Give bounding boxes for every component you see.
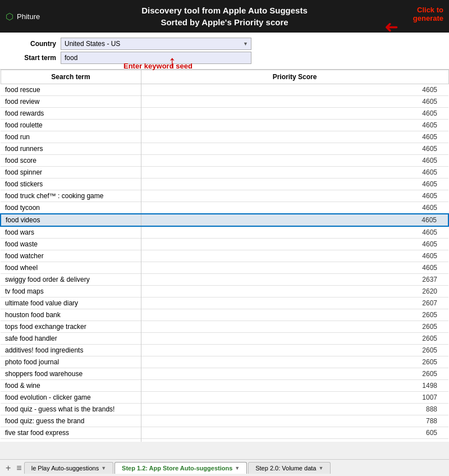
table-row[interactable]: food run 4605	[1, 131, 448, 143]
cell-priority-score: 4605	[141, 108, 448, 120]
table-row[interactable]: food watcher 4605	[1, 250, 448, 262]
header-title-line1: Discovery tool from Apple Auto Suggests	[6, 4, 443, 16]
cell-search-term: food evolution - clicker game	[1, 392, 141, 404]
table-row[interactable]: food roulette 4605	[1, 120, 448, 131]
start-term-input[interactable]	[61, 52, 251, 64]
results-table-container[interactable]: Search term Priority Score food rescue 4…	[0, 70, 449, 442]
cell-search-term: ultimate food value diary	[1, 298, 141, 309]
table-row[interactable]: food review 4605	[1, 96, 448, 108]
cell-search-term: tops food exchange tracker	[1, 321, 141, 333]
table-row[interactable]: food quiz - guess what is the brands! 88…	[1, 404, 448, 415]
bottom-tab-2[interactable]: Step 2.0: Volume data▼	[248, 462, 331, 474]
table-row[interactable]: food & wine 1498	[1, 380, 448, 392]
table-row[interactable]: food rewards 4605	[1, 108, 448, 120]
table-row[interactable]: safe food handler 2605	[1, 333, 448, 345]
country-select[interactable]: United States - US	[61, 38, 251, 50]
table-row[interactable]: additives! food ingredients 2605	[1, 345, 448, 356]
table-row[interactable]: houston food bank 2605	[1, 309, 448, 321]
table-row[interactable]: photo food journal 2605	[1, 356, 448, 368]
tab-chevron-icon: ▼	[101, 465, 106, 471]
start-term-row: Start term	[11, 52, 438, 64]
country-row: Country United States - US	[11, 38, 438, 50]
table-row[interactable]: food spinner 4605	[1, 167, 448, 178]
table-row[interactable]: swiggy food order & delivery 2637	[1, 274, 448, 286]
table-row[interactable]: food waste 4605	[1, 239, 448, 250]
cell-priority-score: 888	[141, 404, 448, 415]
cell-priority-score: 4605	[141, 120, 448, 131]
cell-priority-score: 2605	[141, 333, 448, 345]
bottom-tab-1[interactable]: Step 1.2: App Store Auto-suggestions▼	[114, 462, 247, 474]
cell-priority-score: 2607	[141, 298, 448, 309]
app-header: ⬡ Phiture Discovery tool from Apple Auto…	[0, 0, 449, 33]
cell-search-term: bitesnap: photo food journal	[1, 439, 141, 442]
table-row[interactable]: food wheel 4605	[1, 262, 448, 274]
table-row[interactable]: food runners 4605	[1, 143, 448, 155]
table-row[interactable]: food quiz: guess the brand 788	[1, 415, 448, 427]
table-row[interactable]: food evolution - clicker game 1007	[1, 392, 448, 404]
cell-search-term: food stickers	[1, 178, 141, 190]
country-select-wrapper[interactable]: United States - US	[61, 38, 251, 50]
sheets-menu-button[interactable]: ≡	[14, 463, 24, 473]
header-title: Discovery tool from Apple Auto Suggests …	[6, 4, 443, 28]
add-sheet-button[interactable]: +	[2, 463, 14, 473]
cell-priority-score: 4605	[141, 155, 448, 167]
cell-search-term: food rescue	[1, 84, 141, 96]
cell-search-term: food roulette	[1, 120, 141, 131]
table-row[interactable]: food tycoon 4605	[1, 202, 448, 214]
cell-search-term: swiggy food order & delivery	[1, 274, 141, 286]
table-row[interactable]: ultimate food value diary 2607	[1, 298, 448, 309]
table-row[interactable]: tv food maps 2620	[1, 286, 448, 298]
cell-priority-score: 2605	[141, 368, 448, 380]
bottom-tab-0[interactable]: le Play Auto-suggestions▼	[24, 462, 113, 474]
cell-search-term: food score	[1, 155, 141, 167]
table-row[interactable]: food wars 4605	[1, 226, 448, 239]
cell-search-term: additives! food ingredients	[1, 345, 141, 356]
cell-priority-score: 4605	[141, 262, 448, 274]
start-term-label: Start term	[11, 54, 56, 62]
cell-priority-score: 2605	[141, 321, 448, 333]
tab-label: le Play Auto-suggestions	[31, 465, 99, 472]
cell-search-term: food quiz: guess the brand	[1, 415, 141, 427]
cell-search-term: five star food express	[1, 427, 141, 439]
table-row[interactable]: food score 4605	[1, 155, 448, 167]
cell-search-term: food spinner	[1, 167, 141, 178]
cell-priority-score: 4605	[141, 143, 448, 155]
cell-priority-score: 4605	[141, 167, 448, 178]
col-search-term: Search term	[1, 70, 141, 84]
table-row[interactable]: food rescue 4605	[1, 84, 448, 96]
click-to-generate-label: Click to generate	[413, 6, 443, 22]
table-row[interactable]: food videos 4605	[1, 214, 448, 226]
table-header-row: Search term Priority Score	[1, 70, 448, 84]
cell-search-term: food run	[1, 131, 141, 143]
cell-search-term: food truck chef™ : cooking game	[1, 190, 141, 202]
table-row[interactable]: tops food exchange tracker 2605	[1, 321, 448, 333]
cell-priority-score: 4605	[141, 226, 448, 239]
cell-priority-score: 2605	[141, 345, 448, 356]
cell-priority-score: 2605	[141, 309, 448, 321]
cell-search-term: shoppers food warehouse	[1, 368, 141, 380]
cell-priority-score: 788	[141, 415, 448, 427]
cell-priority-score: 2637	[141, 274, 448, 286]
cell-priority-score: 4605	[141, 250, 448, 262]
cell-priority-score: 4605	[141, 84, 448, 96]
table-row[interactable]: bitesnap: photo food journal 605	[1, 439, 448, 442]
cell-priority-score: 4605	[141, 131, 448, 143]
table-row[interactable]: five star food express 605	[1, 427, 448, 439]
cell-search-term: food & wine	[1, 380, 141, 392]
cell-search-term: food runners	[1, 143, 141, 155]
table-row[interactable]: food truck chef™ : cooking game 4605	[1, 190, 448, 202]
header-title-line2: Sorted by Apple's Priority score	[6, 16, 443, 28]
cell-search-term: food waste	[1, 239, 141, 250]
table-row[interactable]: food stickers 4605	[1, 178, 448, 190]
cell-search-term: food rewards	[1, 108, 141, 120]
tab-chevron-icon: ▼	[235, 465, 240, 471]
cell-priority-score: 1007	[141, 392, 448, 404]
logo: ⬡ Phiture	[6, 11, 40, 22]
cell-search-term: food wars	[1, 226, 141, 239]
table-row[interactable]: shoppers food warehouse 2605	[1, 368, 448, 380]
country-label: Country	[11, 40, 56, 48]
cell-search-term: food videos	[1, 214, 141, 226]
col-priority-score: Priority Score	[141, 70, 448, 84]
cell-search-term: safe food handler	[1, 333, 141, 345]
logo-text: Phiture	[17, 12, 40, 21]
